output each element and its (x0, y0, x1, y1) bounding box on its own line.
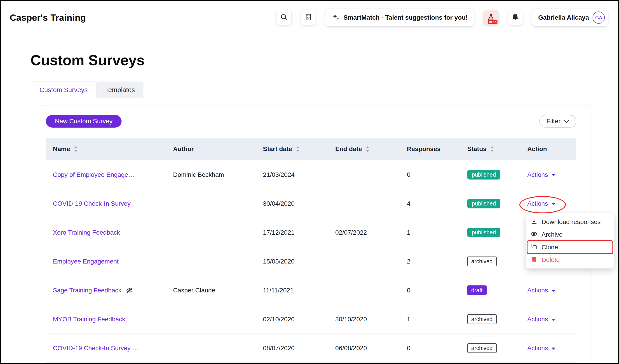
status-badge: published (467, 228, 500, 237)
page-title: Custom Surveys (30, 53, 591, 67)
labs-button[interactable]: BETA (483, 10, 498, 25)
author-cell: Dominic Beckham (173, 171, 263, 178)
beta-badge: BETA (488, 20, 497, 24)
column-label: Responses (407, 145, 440, 153)
surveys-card: New Custom Survey Filter Name Author (38, 105, 591, 364)
table-row: Sage Training Feedback Casper Claude 11/… (46, 276, 576, 305)
column-label: Name (53, 145, 70, 153)
start-date-cell: 02/10/2020 (263, 316, 335, 323)
actions-button-open[interactable]: Actions (527, 200, 556, 207)
column-header-end-date: End date (335, 145, 407, 153)
smartmatch-button[interactable]: SmartMatch - Talent suggestions for you! (325, 9, 474, 27)
tab-templates[interactable]: Templates (97, 81, 143, 98)
sort-icon[interactable] (73, 146, 78, 152)
table-row: MYOB Training Feedback 02/10/2020 30/10/… (46, 305, 576, 334)
end-date-cell: 30/10/2020 (335, 316, 407, 323)
survey-name-link[interactable]: Sage Training Feedback (53, 287, 122, 294)
tabs: Custom Surveys Templates (31, 81, 591, 98)
column-header-status: Status (467, 145, 527, 153)
filter-label: Filter (547, 118, 561, 125)
topbar: Casper's Training SmartMatch - Talent su… (1, 1, 618, 34)
menu-item-label: Delete (542, 256, 560, 264)
actions-button[interactable]: Actions (527, 171, 556, 178)
sort-icon[interactable] (365, 146, 370, 152)
author-cell: Casper Claude (173, 287, 263, 294)
smartmatch-label: SmartMatch - Talent suggestions for you! (343, 14, 468, 21)
building-icon (304, 13, 312, 22)
column-header-action: Action (527, 145, 576, 153)
download-icon (531, 218, 537, 226)
status-badge: archived (467, 256, 497, 266)
survey-name-link[interactable]: Copy of Employee Engage… (53, 171, 134, 178)
responses-cell: 2 (407, 258, 467, 265)
column-header-name: Name (46, 145, 173, 153)
status-badge: published (467, 170, 500, 179)
menu-item-clone[interactable]: Clone (526, 241, 614, 254)
menu-item-delete[interactable]: Delete (526, 254, 614, 266)
menu-item-archive[interactable]: Archive (526, 228, 614, 241)
actions-label: Actions (527, 287, 548, 294)
status-badge: published (467, 199, 500, 208)
actions-button[interactable]: Actions (527, 316, 556, 323)
user-name: Gabriella Alicaya (538, 14, 589, 21)
menu-item-label: Clone (542, 244, 558, 251)
avatar: GA (592, 12, 605, 24)
app-title: Casper's Training (10, 13, 86, 23)
actions-label: Actions (527, 316, 548, 323)
column-label: Action (527, 145, 547, 153)
table-row: Employee Engagement 15/05/2020 2 archive… (46, 247, 576, 276)
start-date-cell: 15/05/2020 (263, 258, 335, 265)
column-label: Status (467, 145, 487, 153)
survey-name-link[interactable]: Employee Engagement (53, 258, 119, 265)
menu-item-download-responses[interactable]: Download responses (526, 216, 614, 228)
tab-custom-surveys[interactable]: Custom Surveys (31, 81, 97, 98)
search-button[interactable] (277, 10, 291, 25)
column-label: End date (335, 145, 362, 153)
sort-icon[interactable] (295, 146, 300, 152)
search-icon (280, 13, 288, 22)
responses-cell: 0 (407, 345, 467, 352)
survey-name-link[interactable]: COVID-19 Check-In Survey (53, 200, 131, 207)
status-badge: draft (467, 285, 487, 295)
table-row: COVID-19 Check-In Survey … 08/07/2020 06… (46, 334, 576, 363)
actions-button[interactable]: Actions (527, 345, 556, 352)
start-date-cell: 21/03/2024 (263, 171, 335, 178)
actions-label: Actions (527, 200, 548, 207)
main-content: Custom Surveys Custom Surveys Templates … (1, 53, 618, 364)
responses-cell: 1 (407, 229, 467, 236)
card-toolbar: New Custom Survey Filter (46, 115, 576, 128)
user-menu[interactable]: Gabriella Alicaya GA (532, 9, 608, 27)
responses-cell: 0 (407, 171, 467, 178)
survey-name-link[interactable]: Xero Training Feedback (53, 229, 120, 236)
end-date-cell: 02/07/2022 (335, 229, 407, 236)
survey-name-link[interactable]: COVID-19 Check-In Survey … (53, 345, 139, 352)
company-button[interactable] (301, 10, 316, 25)
responses-cell: 1 (407, 316, 467, 323)
responses-cell: 4 (407, 200, 467, 207)
end-date-cell: 06/08/2020 (335, 345, 407, 352)
start-date-cell: 17/12/2021 (263, 229, 335, 236)
caret-down-icon (551, 316, 556, 323)
eye-off-icon (531, 230, 537, 239)
actions-button[interactable]: Actions (527, 287, 556, 294)
caret-down-icon (551, 287, 556, 294)
actions-dropdown-menu: Download responses Archive Clone Delete (526, 213, 614, 269)
caret-down-icon (551, 171, 556, 178)
app-window: Casper's Training SmartMatch - Talent su… (0, 0, 619, 364)
filter-button[interactable]: Filter (539, 115, 576, 128)
status-badge: archived (467, 343, 497, 353)
menu-item-label: Archive (542, 231, 563, 238)
bell-icon (511, 13, 519, 22)
table-row: COVID-19 Check-In Survey 30/04/2020 4 pu… (46, 189, 576, 218)
start-date-cell: 11/11/2021 (263, 287, 335, 294)
actions-label: Actions (527, 345, 548, 352)
table-row: Xero Training Feedback 17/12/2021 02/07/… (46, 218, 576, 247)
notifications-button[interactable] (508, 10, 523, 25)
sort-icon[interactable] (490, 146, 495, 152)
column-header-responses: Responses (407, 145, 467, 153)
status-badge: archived (467, 314, 497, 324)
column-header-author: Author (173, 145, 263, 153)
trash-icon (531, 256, 537, 264)
new-custom-survey-button[interactable]: New Custom Survey (46, 115, 122, 128)
survey-name-link[interactable]: MYOB Training Feedback (53, 316, 125, 323)
